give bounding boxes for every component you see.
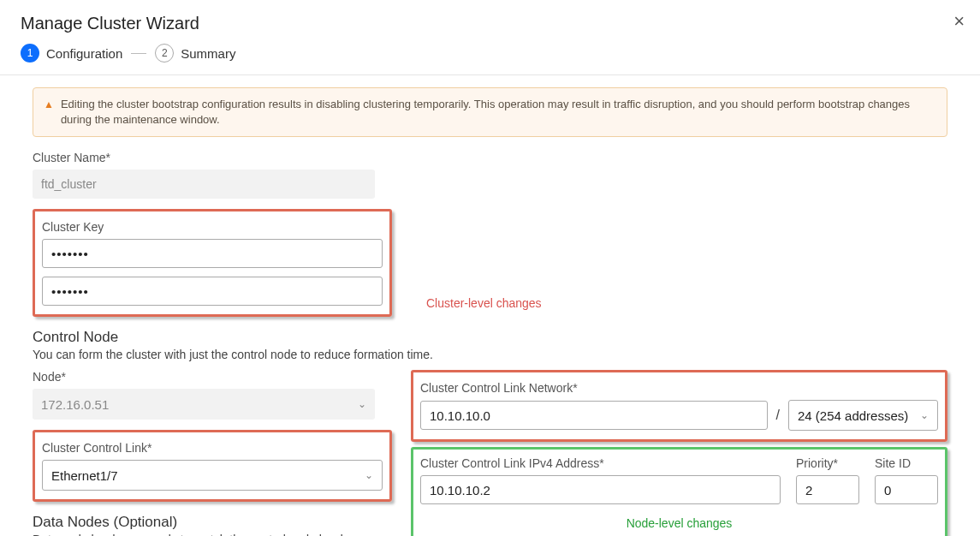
- ccl-network-mask-value: 24 (254 addresses): [798, 408, 908, 423]
- node-level-callout: Cluster Control Link IPv4 Address* Prior…: [411, 447, 947, 536]
- stepper: 1 Configuration 2 Summary: [21, 44, 959, 63]
- step-configuration[interactable]: 1 Configuration: [21, 44, 122, 63]
- priority-input[interactable]: [796, 475, 859, 504]
- step-separator: [131, 53, 146, 54]
- step-2-label: Summary: [181, 46, 235, 61]
- step-summary[interactable]: 2 Summary: [155, 44, 235, 63]
- warning-icon: ▲: [44, 97, 54, 128]
- slash-separator: /: [776, 408, 780, 423]
- chevron-down-icon: ⌄: [920, 409, 929, 421]
- close-button[interactable]: ×: [953, 12, 965, 31]
- control-node-label: Node*: [33, 370, 392, 384]
- wizard-header: Manage Cluster Wizard × 1 Configuration …: [0, 0, 980, 75]
- step-2-circle: 2: [155, 44, 174, 63]
- control-node-select-block: Node* 172.16.0.51 ⌄: [33, 370, 392, 420]
- siteid-label: Site ID: [875, 456, 938, 470]
- annotation-cluster-level: Cluster-level changes: [426, 296, 542, 310]
- ccl-network-label: Cluster Control Link Network*: [420, 381, 938, 395]
- wizard-title: Manage Cluster Wizard: [21, 14, 959, 33]
- cluster-name-input: ftd_cluster: [33, 170, 375, 199]
- warning-banner: ▲ Editing the cluster bootstrap configur…: [33, 87, 947, 137]
- control-node-desc: You can form the cluster with just the c…: [33, 348, 947, 361]
- ccl-ip-label: Cluster Control Link IPv4 Address*: [420, 456, 781, 470]
- control-node-value: 172.16.0.51: [41, 397, 109, 412]
- ccl-network-input[interactable]: [420, 401, 768, 430]
- cluster-name-label: Cluster Name*: [33, 151, 947, 164]
- wizard-content: ▲ Editing the cluster bootstrap configur…: [0, 75, 980, 536]
- chevron-down-icon: ⌄: [358, 398, 366, 410]
- cluster-control-link-callout: Cluster Control Link* Ethernet1/7 ⌄: [33, 430, 392, 502]
- ccl-label: Cluster Control Link*: [42, 441, 383, 455]
- control-node-select[interactable]: 172.16.0.51 ⌄: [33, 389, 375, 420]
- ccl-ip-input[interactable]: [420, 475, 781, 504]
- data-nodes-title: Data Nodes (Optional): [33, 514, 392, 531]
- chevron-down-icon: ⌄: [365, 469, 373, 481]
- ccl-value: Ethernet1/7: [51, 468, 118, 483]
- ccl-select[interactable]: Ethernet1/7 ⌄: [42, 460, 383, 491]
- priority-label: Priority*: [796, 456, 859, 470]
- step-1-circle: 1: [21, 44, 39, 63]
- cluster-key-callout: Cluster Key: [33, 209, 392, 317]
- warning-text: Editing the cluster bootstrap configurat…: [61, 97, 936, 128]
- cluster-key-input-1[interactable]: [42, 239, 383, 268]
- cluster-name-block: Cluster Name* ftd_cluster: [33, 151, 947, 199]
- step-1-label: Configuration: [46, 46, 122, 61]
- cluster-key-input-2[interactable]: [42, 277, 383, 306]
- siteid-input[interactable]: [875, 475, 938, 504]
- annotation-node-level: Node-level changes: [420, 509, 938, 536]
- ccl-network-mask-select[interactable]: 24 (254 addresses) ⌄: [788, 400, 938, 431]
- control-node-title: Control Node: [33, 329, 947, 346]
- cluster-key-label: Cluster Key: [42, 220, 383, 234]
- ccl-network-callout: Cluster Control Link Network* / 24 (254 …: [411, 370, 947, 442]
- data-nodes-desc: Data node hardware needs to match the co…: [33, 533, 392, 536]
